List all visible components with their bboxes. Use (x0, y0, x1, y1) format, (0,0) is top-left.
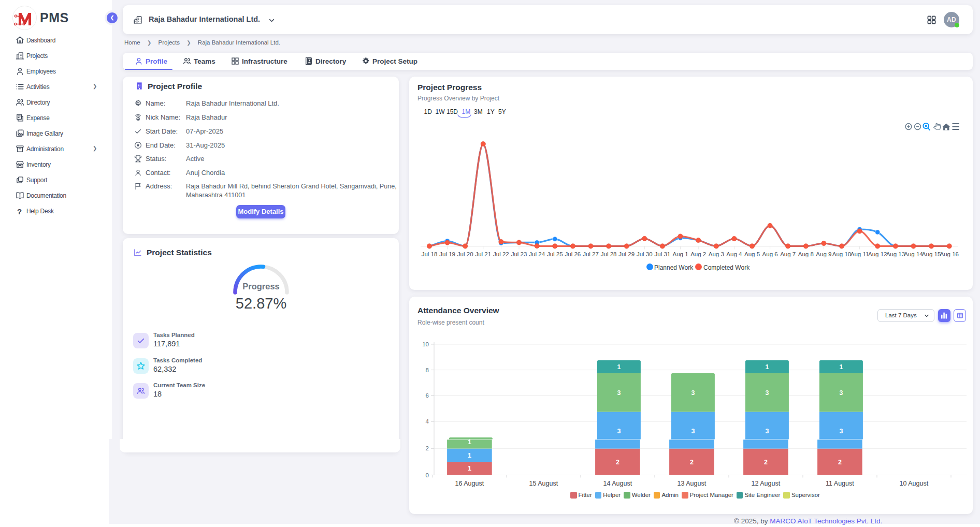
svg-text:14 August: 14 August (603, 480, 632, 487)
svg-text:16 August: 16 August (455, 480, 484, 487)
svg-text:3: 3 (765, 389, 769, 397)
svg-text:Aug 13: Aug 13 (886, 251, 905, 257)
svg-text:11 August: 11 August (826, 480, 854, 487)
svg-text:Aug 2: Aug 2 (690, 251, 706, 257)
svg-text:2: 2 (426, 445, 429, 451)
svg-text:15 August: 15 August (529, 480, 558, 487)
svg-text:3: 3 (691, 428, 695, 435)
svg-text:3: 3 (765, 428, 769, 435)
svg-text:Jul 21: Jul 21 (475, 251, 491, 257)
svg-text:Aug 16: Aug 16 (940, 251, 958, 257)
svg-text:Jul 27: Jul 27 (583, 251, 599, 257)
svg-text:3: 3 (617, 428, 621, 435)
svg-text:1: 1 (765, 363, 769, 371)
svg-text:Aug 15: Aug 15 (922, 251, 941, 257)
svg-text:Aug 3: Aug 3 (709, 251, 724, 257)
svg-text:Jul 24: Jul 24 (529, 251, 545, 257)
svg-text:1: 1 (617, 363, 621, 371)
svg-text:Aug 14: Aug 14 (904, 251, 923, 257)
svg-text:4: 4 (426, 418, 429, 424)
svg-text:3: 3 (839, 428, 843, 435)
svg-text:Jul 23: Jul 23 (511, 251, 527, 257)
svg-text:8: 8 (426, 367, 429, 373)
svg-text:Jul 30: Jul 30 (637, 251, 653, 257)
svg-text:Aug 9: Aug 9 (816, 251, 831, 257)
svg-text:1: 1 (468, 438, 471, 446)
svg-text:1: 1 (839, 363, 843, 371)
svg-text:Aug 12: Aug 12 (868, 251, 887, 257)
svg-text:2: 2 (690, 459, 694, 466)
svg-text:1: 1 (468, 452, 471, 459)
svg-text:10 August: 10 August (900, 480, 929, 487)
svg-text:2: 2 (838, 459, 842, 466)
svg-text:Aug 4: Aug 4 (726, 251, 742, 257)
svg-text:13 August: 13 August (678, 480, 707, 487)
svg-text:3: 3 (839, 389, 843, 397)
svg-text:Jul 28: Jul 28 (601, 251, 617, 257)
svg-text:1: 1 (468, 465, 471, 472)
svg-text:2: 2 (764, 459, 768, 466)
svg-text:Aug 10: Aug 10 (832, 251, 851, 257)
svg-text:Jul 18: Jul 18 (422, 251, 438, 257)
svg-text:Aug 1: Aug 1 (672, 251, 688, 257)
svg-text:Aug 6: Aug 6 (762, 251, 778, 257)
svg-text:10: 10 (422, 341, 429, 347)
svg-text:12 August: 12 August (752, 480, 781, 487)
svg-text:Jul 26: Jul 26 (565, 251, 581, 257)
svg-text:Aug 5: Aug 5 (744, 251, 760, 257)
svg-text:Aug 8: Aug 8 (798, 251, 814, 257)
svg-text:3: 3 (617, 389, 621, 397)
svg-text:Aug 7: Aug 7 (780, 251, 796, 257)
svg-text:Jul 29: Jul 29 (618, 251, 635, 257)
svg-text:3: 3 (691, 389, 695, 397)
svg-text:Jul 25: Jul 25 (547, 251, 563, 257)
svg-text:Jul 31: Jul 31 (655, 251, 671, 257)
svg-text:2: 2 (616, 459, 619, 466)
svg-text:0: 0 (426, 472, 429, 478)
svg-text:Aug 11: Aug 11 (851, 251, 869, 257)
svg-text:6: 6 (426, 392, 429, 399)
svg-text:Jul 19: Jul 19 (439, 251, 455, 257)
svg-text:Jul 22: Jul 22 (493, 251, 509, 257)
svg-text:Jul 20: Jul 20 (457, 251, 473, 257)
